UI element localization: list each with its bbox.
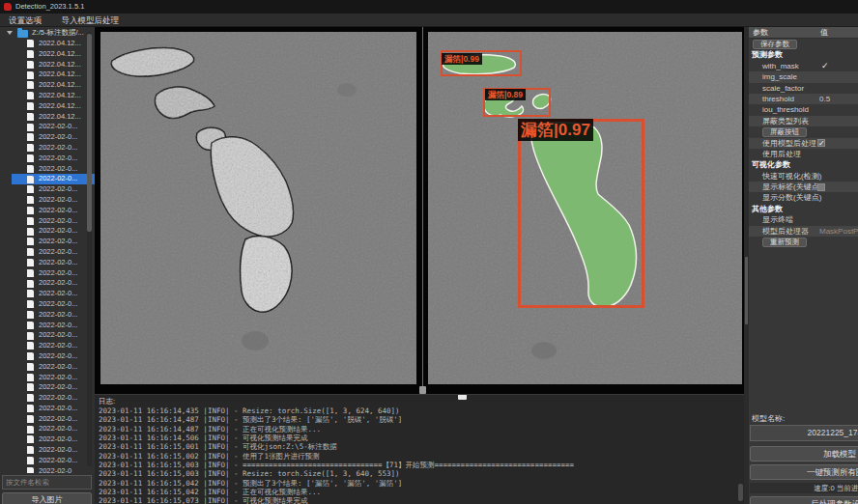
- tree-item[interactable]: 2022-02-0...: [12, 445, 95, 456]
- tree-item[interactable]: 2022-02-0...: [12, 164, 95, 175]
- menu-item-import-postprocess[interactable]: 导入模型后处理: [52, 14, 128, 27]
- tree-item[interactable]: 2022-02-0...: [12, 268, 95, 279]
- tree-item[interactable]: 2022-02-0: [12, 466, 95, 473]
- tree-item[interactable]: 2022-02-0...: [12, 351, 95, 362]
- tree-item[interactable]: 2022-02-0...: [12, 393, 95, 404]
- tree-item[interactable]: 2022-02-0...: [12, 247, 95, 258]
- check-icon[interactable]: ✓: [821, 62, 828, 69]
- right-panel-scrollbar-thumb[interactable]: [745, 257, 748, 324]
- checkbox-checked[interactable]: ✓: [817, 139, 825, 147]
- tree-item[interactable]: 2022.04.12...: [12, 70, 95, 80]
- log-scrollbar-thumb[interactable]: [738, 484, 743, 501]
- file-icon: [27, 228, 34, 236]
- import-images-button[interactable]: 导入图片: [2, 492, 92, 504]
- param-row: img_scale: [749, 71, 858, 82]
- tree-item-label: 2022-02-0...: [39, 226, 77, 237]
- param-section-header: 预测参数: [749, 49, 858, 60]
- log-line: 2023-01-11 16:16:15,073 |INFO| - 可视化预测结果…: [99, 496, 741, 504]
- tree-item[interactable]: 2022-02-0...: [12, 154, 95, 164]
- tree-item-label: 2022-02-0...: [39, 351, 77, 362]
- file-icon: [27, 217, 34, 225]
- tree-item[interactable]: 2022.04.12...: [12, 60, 95, 70]
- param-row: 快速可视化(检测): [749, 171, 858, 182]
- tree-scrollbar[interactable]: [87, 32, 92, 466]
- image-splitter-handle[interactable]: [419, 386, 426, 394]
- params-rows: 保存参数预测参数with_mask✓img_scalescale_factort…: [749, 39, 858, 247]
- file-icon: [27, 133, 34, 141]
- postprocess-settings-button[interactable]: 后处理参数设置: [750, 496, 858, 504]
- param-value[interactable]: 0.5: [819, 94, 830, 104]
- tree-item[interactable]: 2022.04.12...: [12, 112, 95, 123]
- checkbox-unchecked[interactable]: [817, 183, 825, 191]
- predict-all-button[interactable]: 一键预测所有图片: [750, 464, 858, 480]
- log-line: 2023-01-11 16:16:14,435 |INFO| - Resize:…: [99, 406, 741, 415]
- tree-item[interactable]: 2022-02-0...: [12, 362, 95, 373]
- tree-item[interactable]: 2022-02-0...: [12, 174, 95, 184]
- load-model-button[interactable]: 加载模型: [750, 446, 858, 462]
- tree-item[interactable]: 2022-02-0...: [12, 299, 95, 310]
- tree-item[interactable]: 2022-02-0...: [12, 434, 95, 445]
- tree-item[interactable]: 2022-02-0...: [12, 206, 95, 216]
- params-panel: 参数 值 保存参数预测参数with_mask✓img_scalescale_fa…: [749, 27, 858, 504]
- file-icon: [27, 165, 34, 173]
- param-row: iou_threshold: [749, 104, 858, 115]
- tree-item-label: 2022-02-0...: [39, 382, 77, 393]
- original-image: [100, 32, 416, 384]
- param-label: img_scale: [749, 72, 797, 81]
- file-icon: [27, 124, 34, 131]
- tree-item[interactable]: 2022-02-0...: [12, 321, 95, 331]
- tree-item[interactable]: 2022-02-0...: [12, 341, 95, 351]
- prediction-image-panel[interactable]: 漏箔|0.99 漏箔|0.89 漏箔|0.97: [428, 32, 742, 384]
- chevron-down-icon[interactable]: [7, 31, 13, 35]
- tree-item[interactable]: 2022-02-0...: [12, 456, 95, 466]
- filename-search-input[interactable]: 按文件名检索: [2, 475, 92, 490]
- tree-item-label: 2022-02-0...: [39, 434, 77, 445]
- tree-item[interactable]: 2022.04.12...: [12, 80, 95, 91]
- tree-item-label: 2022.04.12...: [39, 91, 81, 101]
- tree-item-label: 2022-02-0: [39, 466, 72, 473]
- log-splitter-handle[interactable]: [458, 394, 467, 400]
- tree-item[interactable]: 2022-02-0...: [12, 310, 95, 321]
- tree-scrollbar-thumb[interactable]: [87, 34, 92, 232]
- tree-item[interactable]: 2022-02-0...: [12, 143, 95, 154]
- re-predict-button[interactable]: 重新预测: [762, 238, 807, 247]
- tree-item[interactable]: 2022-02-0...: [12, 330, 95, 341]
- tree-item-label: 2022-02-0...: [39, 424, 77, 434]
- image-splitter[interactable]: [422, 27, 423, 394]
- tree-item[interactable]: 2022.04.12...: [12, 49, 95, 60]
- tree-item[interactable]: 2022-02-0...: [12, 382, 95, 393]
- tree-item[interactable]: 2022-02-0...: [12, 216, 95, 227]
- tree-item[interactable]: 2022-02-0...: [12, 226, 95, 237]
- tree-item[interactable]: 2022.04.12...: [12, 91, 95, 101]
- tree-root-folder[interactable]: Z:/5-标注数据/...: [0, 27, 95, 39]
- param-value[interactable]: MaskPostPro: [819, 226, 858, 237]
- param-label: 模型后处理器: [749, 227, 809, 236]
- menu-item-settings[interactable]: 设置选项: [0, 14, 50, 27]
- tree-item[interactable]: 2022.04.12...: [12, 39, 95, 49]
- model-name-field[interactable]: 20221225_174813: [750, 425, 858, 441]
- tree-item-label: 2022-02-0...: [39, 206, 77, 216]
- tree-item[interactable]: 2022-02-0...: [12, 404, 95, 414]
- original-image-panel[interactable]: [100, 32, 416, 384]
- tree-item[interactable]: 2022-02-0...: [12, 195, 95, 206]
- file-icon: [27, 383, 34, 391]
- tree-item[interactable]: 2022-02-0...: [12, 424, 95, 434]
- tree-item-label: 2022.04.12...: [39, 80, 81, 91]
- tree-item[interactable]: 2022-02-0...: [12, 414, 95, 425]
- param-label: 显示标签(关键点): [749, 182, 821, 191]
- param-row: 重新预测: [749, 237, 858, 247]
- tree-item-label: 2022-02-0...: [39, 310, 77, 321]
- tree-item[interactable]: 2022-02-0...: [12, 184, 95, 195]
- mask-types-button[interactable]: 屏蔽按钮: [762, 127, 807, 137]
- param-label: iou_threshold: [749, 105, 809, 114]
- tree-item[interactable]: 2022-02-0...: [12, 289, 95, 299]
- file-icon: [27, 185, 34, 193]
- tree-item[interactable]: 2022-02-0...: [12, 258, 95, 268]
- tree-item[interactable]: 2022.04.12...: [12, 101, 95, 112]
- tree-item[interactable]: 2022-02-0...: [12, 278, 95, 289]
- tree-item[interactable]: 2022-02-0...: [12, 237, 95, 247]
- tree-item[interactable]: 2022-02-0...: [12, 373, 95, 383]
- save-params-button[interactable]: 保存参数: [753, 40, 797, 49]
- tree-item[interactable]: 2022-02-0...: [12, 132, 95, 143]
- tree-item[interactable]: 2022-02-0...: [12, 122, 95, 132]
